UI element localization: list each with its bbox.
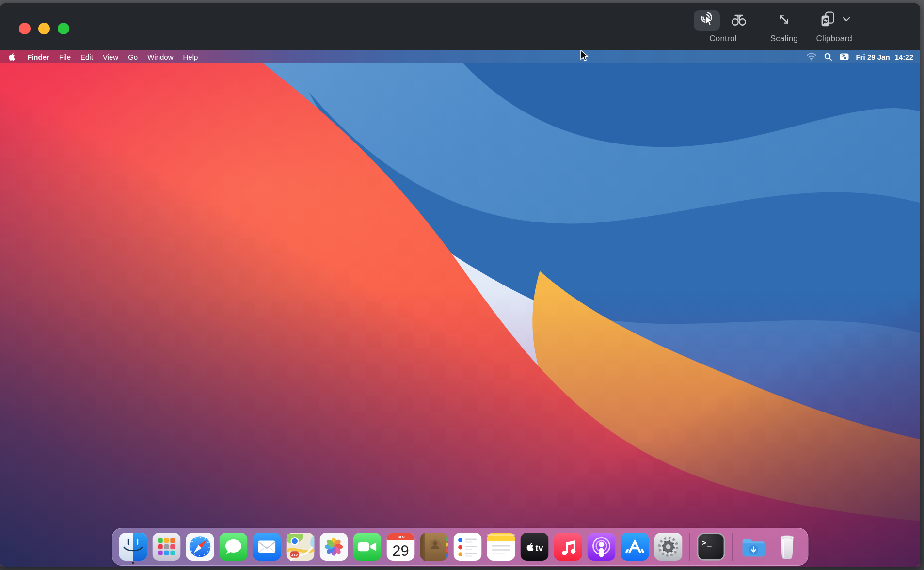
clipboard-sync-icon	[817, 9, 838, 32]
menu-item-file[interactable]: File	[54, 53, 76, 61]
dock-item-contacts[interactable]	[420, 533, 448, 561]
dock-item-podcasts[interactable]	[588, 533, 616, 561]
macos-menu-bar: Finder File Edit View Go Window Help	[0, 50, 920, 63]
dock-item-facetime[interactable]	[353, 533, 382, 561]
remote-desktop-window: Control Scaling	[0, 3, 920, 567]
screenshot-stage: Control Scaling	[0, 0, 924, 570]
remote-screen: Finder File Edit View Go Window Help	[0, 50, 920, 567]
traffic-lights	[19, 23, 69, 34]
close-button[interactable]	[19, 23, 31, 34]
minimize-button[interactable]	[38, 23, 50, 34]
dock-item-calendar[interactable]: JAN 29	[387, 533, 415, 561]
terminal-prompt-label: >_	[702, 538, 712, 547]
dock-item-finder[interactable]	[119, 533, 147, 561]
dock-item-mail[interactable]	[253, 533, 281, 561]
maps-shield-label: 280	[291, 553, 298, 557]
toolbar-section-control: Control	[694, 9, 752, 44]
apple-logo-icon	[8, 53, 16, 61]
dock-item-system-preferences[interactable]	[654, 533, 683, 561]
desktop-wallpaper: 280	[0, 63, 920, 567]
binoculars-icon	[729, 10, 749, 31]
finder-running-indicator	[132, 562, 134, 564]
dock-item-notes[interactable]	[487, 533, 515, 561]
appletv-label: tv	[536, 543, 543, 553]
wifi-icon[interactable]	[806, 53, 817, 61]
dock-item-downloads[interactable]	[740, 533, 768, 561]
dock-separator	[732, 533, 733, 561]
menu-item-window[interactable]: Window	[143, 53, 178, 61]
menu-item-help[interactable]: Help	[178, 53, 203, 61]
remote-control-button[interactable]	[694, 10, 720, 31]
zoom-button[interactable]	[58, 23, 69, 34]
toolbar-section-clipboard[interactable]: Clipboard	[816, 9, 852, 44]
dock-item-reminders[interactable]	[454, 533, 482, 561]
dock-separator	[689, 533, 690, 561]
dock-item-launchpad[interactable]	[153, 533, 181, 561]
dock-item-appstore[interactable]	[621, 533, 649, 561]
dock: 280	[112, 528, 809, 566]
window-toolbar: Control Scaling	[0, 3, 920, 50]
dock-item-maps[interactable]: 280	[287, 533, 315, 561]
menu-item-go[interactable]: Go	[123, 53, 143, 61]
menu-item-edit[interactable]: Edit	[76, 53, 98, 61]
chevron-down-icon[interactable]	[842, 16, 851, 25]
dock-item-music[interactable]	[554, 533, 582, 561]
spotlight-search-icon[interactable]	[824, 53, 832, 61]
control-center-icon[interactable]	[840, 53, 849, 60]
apple-menu[interactable]	[8, 53, 16, 61]
dock-item-terminal[interactable]: >_	[697, 533, 725, 561]
control-label: Control	[709, 34, 736, 44]
clock-time: 14:22	[895, 53, 913, 61]
calendar-day-label: 29	[392, 542, 409, 559]
dock-item-photos[interactable]	[320, 533, 348, 561]
dock-item-safari[interactable]	[186, 533, 214, 561]
toolbar-items: Control Scaling	[694, 9, 852, 44]
dock-item-appletv[interactable]: tv	[521, 533, 549, 561]
clock-date: Fri 29 Jan	[856, 53, 890, 61]
menu-item-view[interactable]: View	[98, 53, 123, 61]
dock-item-messages[interactable]	[220, 533, 248, 561]
control-cursor-icon	[699, 11, 715, 30]
calendar-month-label: JAN	[397, 535, 405, 539]
clipboard-label: Clipboard	[816, 34, 852, 44]
menu-item-finder[interactable]: Finder	[22, 53, 54, 61]
observe-button[interactable]	[726, 10, 752, 31]
dock-item-trash[interactable]	[773, 533, 801, 561]
scaling-resize-icon	[775, 10, 793, 31]
menu-bar-clock[interactable]: Fri 29 Jan 14:22	[856, 53, 913, 61]
scaling-label: Scaling	[770, 34, 798, 44]
toolbar-section-scaling[interactable]: Scaling	[761, 9, 807, 44]
